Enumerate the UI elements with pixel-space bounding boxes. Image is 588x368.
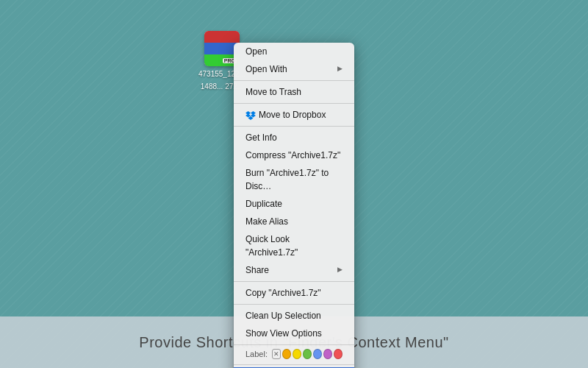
menu-item-get-info[interactable]: Get Info: [234, 129, 354, 146]
menu-item-copy[interactable]: Copy "Archive1.7z": [234, 284, 354, 302]
label-yellow[interactable]: [293, 349, 301, 359]
label-section: Label: ✕: [234, 347, 354, 362]
menu-item-share[interactable]: Share: [234, 261, 354, 279]
label-purple[interactable]: [323, 349, 332, 359]
menu-separator-6: [234, 344, 354, 345]
menu-item-clean-up[interactable]: Clean Up Selection: [234, 307, 354, 325]
label-text: Label:: [245, 350, 268, 358]
menu-item-move-to-dropbox[interactable]: Move to Dropbox: [234, 106, 354, 124]
menu-separator-5: [234, 304, 354, 305]
menu-item-make-alias[interactable]: Make Alias: [234, 213, 354, 230]
menu-item-burn[interactable]: Burn "Archive1.7z" to Disc…: [234, 164, 354, 195]
context-menu: Open Open With Move to Trash Move to Dro…: [234, 43, 354, 368]
menu-separator-2: [234, 103, 354, 104]
menu-item-move-to-trash[interactable]: Move to Trash: [234, 83, 354, 101]
menu-item-open[interactable]: Open: [234, 43, 354, 60]
label-green[interactable]: [303, 349, 312, 359]
menu-separator-1: [234, 80, 354, 81]
menu-item-open-with[interactable]: Open With: [234, 60, 354, 78]
label-blue[interactable]: [313, 349, 322, 359]
menu-separator-7: [234, 364, 354, 365]
menu-item-duplicate[interactable]: Duplicate: [234, 195, 354, 213]
desktop: PRO 473155_122... 1488... 272... Open Op…: [0, 0, 588, 316]
menu-item-compress[interactable]: Compress "Archive1.7z": [234, 146, 354, 164]
menu-item-quick-look[interactable]: Quick Look "Archive1.7z": [234, 230, 354, 261]
label-none[interactable]: ✕: [272, 349, 281, 359]
menu-separator-3: [234, 126, 354, 127]
menu-separator-4: [234, 281, 354, 282]
dropbox-icon: [245, 111, 256, 120]
label-red[interactable]: [334, 349, 343, 359]
label-orange[interactable]: [282, 349, 291, 359]
menu-item-show-view[interactable]: Show View Options: [234, 325, 354, 342]
